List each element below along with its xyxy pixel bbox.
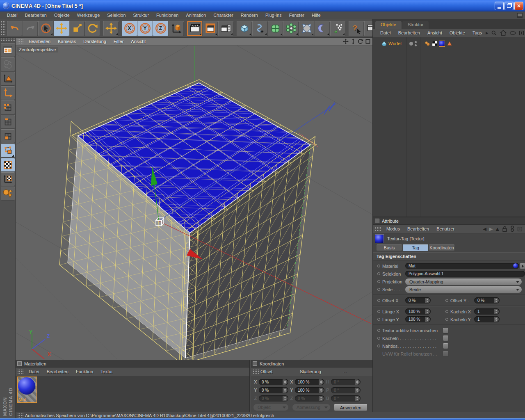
menu-datei[interactable]: Datei [3, 13, 21, 18]
restore-button[interactable] [504, 2, 514, 10]
add-spline-button[interactable] [252, 21, 267, 36]
spinner[interactable] [355, 379, 360, 385]
pan-view-icon[interactable] [343, 39, 349, 44]
scale-tool-button[interactable] [69, 21, 84, 36]
coordinate-system-button[interactable] [169, 21, 184, 36]
panel-collapse-icon[interactable] [375, 219, 379, 223]
laenge-x-field[interactable]: 100 % [405, 308, 431, 315]
om-menu-ansicht[interactable]: Ansicht [424, 30, 446, 35]
undo-button[interactable] [7, 21, 22, 36]
toolbar-grip[interactable] [1, 21, 6, 36]
texture-axis-mode-button[interactable] [1, 172, 15, 186]
spinner[interactable] [283, 388, 288, 393]
mat-menu-funktion[interactable]: Funktion [72, 369, 97, 374]
menu-werkzeuge[interactable]: Werkzeuge [73, 13, 103, 18]
om-menu-datei[interactable]: Datei [377, 30, 395, 35]
maximize-view-icon[interactable] [365, 39, 371, 44]
home-icon[interactable] [500, 30, 507, 36]
lock-x-axis-button[interactable]: X [122, 21, 137, 36]
polygons-mode-button[interactable] [1, 129, 15, 143]
uvw-relief-checkbox[interactable] [443, 351, 448, 356]
vp-menu-ansicht[interactable]: Ansicht [127, 39, 149, 44]
tab-struktur[interactable]: Struktur [402, 21, 429, 29]
attr-menu-benutzer[interactable]: Benutzer [433, 226, 458, 231]
attributes-grip[interactable] [375, 226, 381, 231]
texture-tag-icon[interactable] [439, 41, 445, 47]
mat-menu-bearbeiten[interactable]: Bearbeiten [43, 369, 72, 374]
spinner[interactable] [355, 388, 360, 393]
status-grip[interactable] [17, 413, 23, 418]
om-menu-tags[interactable]: Tags [469, 30, 486, 35]
new-panel-icon[interactable] [517, 226, 523, 232]
additiv-checkbox[interactable] [443, 328, 448, 333]
uvw-tag-icon[interactable] [431, 41, 438, 47]
panel-collapse-icon[interactable] [17, 361, 22, 366]
spinner[interactable] [355, 396, 360, 401]
offset-x-field[interactable]: 0 % [259, 379, 288, 385]
menu-objekte[interactable]: Objekte [50, 13, 73, 18]
model-mode-button[interactable] [1, 72, 15, 86]
add-hypernurbs-button[interactable] [268, 21, 283, 36]
history-back-icon[interactable]: ◀ [483, 226, 486, 232]
texture-edit-mode-button[interactable] [1, 144, 15, 158]
spinner[interactable] [319, 379, 324, 385]
history-forward-icon[interactable]: ▶ [489, 226, 493, 232]
live-selection-button[interactable] [38, 21, 53, 36]
object-enable-dot[interactable] [409, 42, 413, 46]
editor-visibility-dot[interactable] [415, 41, 417, 43]
projektion-dropdown[interactable]: Quader-Mapping [405, 278, 522, 285]
object-tree[interactable]: Würfel [373, 37, 525, 217]
offset-z-field[interactable]: 0 % [259, 395, 288, 402]
texture-mode-button[interactable] [1, 158, 15, 172]
help-button[interactable]: ? [349, 21, 364, 36]
material-field[interactable]: Mat [405, 263, 519, 269]
object-selection-button[interactable] [1, 187, 15, 201]
rotate-view-icon[interactable] [358, 39, 363, 44]
objekt-dropdown[interactable]: Objekt [253, 404, 288, 411]
rotate-tool-button[interactable] [85, 21, 100, 36]
spinner[interactable] [319, 396, 324, 401]
redo-button[interactable] [23, 21, 38, 36]
spinner[interactable] [319, 388, 324, 393]
material-thumbnail[interactable]: Mat [17, 377, 37, 403]
vp-menu-bearbeiten[interactable]: Bearbeiten [25, 39, 54, 44]
tab-basis[interactable]: Basis [377, 244, 402, 251]
render-settings-button[interactable] [218, 21, 233, 36]
menu-struktur[interactable]: Struktur [130, 13, 153, 18]
sync-selection-icon[interactable] [510, 226, 514, 232]
add-primitive-button[interactable] [237, 21, 252, 36]
close-button[interactable]: × [514, 2, 523, 10]
selektion-field[interactable]: Polygon-Auswahl.1 [405, 271, 525, 277]
om-menu-objekte[interactable]: Objekte [446, 30, 469, 35]
vp-menu-filter[interactable]: Filter [110, 39, 127, 44]
minimize-button[interactable] [495, 2, 504, 10]
materials-grip[interactable] [17, 369, 23, 374]
add-environment-button[interactable] [315, 21, 330, 36]
attr-menu-modus[interactable]: Modus [383, 226, 404, 231]
phong-tag-icon[interactable] [424, 41, 430, 47]
render-visibility-dot[interactable] [415, 44, 417, 46]
render-view-button[interactable] [187, 21, 202, 36]
coordinates-grip[interactable] [253, 369, 259, 374]
world-coordinates-button[interactable] [1, 57, 15, 71]
spinner[interactable] [425, 298, 430, 303]
vp-menu-kameras[interactable]: Kameras [54, 39, 80, 44]
seite-dropdown[interactable]: Beide [405, 286, 522, 293]
scale-x-field[interactable]: 100 % [295, 379, 324, 385]
rotation-p-field[interactable]: 0 ° [331, 387, 361, 393]
add-particles-button[interactable] [330, 21, 345, 36]
kacheln-checkbox[interactable] [443, 336, 448, 341]
mat-menu-datei[interactable]: Datei [25, 369, 43, 374]
render-picture-viewer-button[interactable] [203, 21, 218, 36]
spinner[interactable] [283, 396, 288, 401]
vp-menu-darstellung[interactable]: Darstellung [80, 39, 110, 44]
panel-collapse-icon[interactable] [253, 361, 257, 366]
menu-overflow-icon[interactable]: ▶ [486, 31, 488, 35]
object-row-wuerfel[interactable]: Würfel [373, 40, 402, 47]
nahtlos-checkbox[interactable] [443, 343, 448, 349]
material-picker-button[interactable] [520, 263, 525, 269]
om-menu-bearbeiten[interactable]: Bearbeiten [395, 30, 424, 35]
offset-y-field[interactable]: 0 % [259, 387, 288, 393]
abmessung-dropdown[interactable]: Abmessung [292, 404, 330, 411]
menu-selektion[interactable]: Selektion [103, 13, 129, 18]
